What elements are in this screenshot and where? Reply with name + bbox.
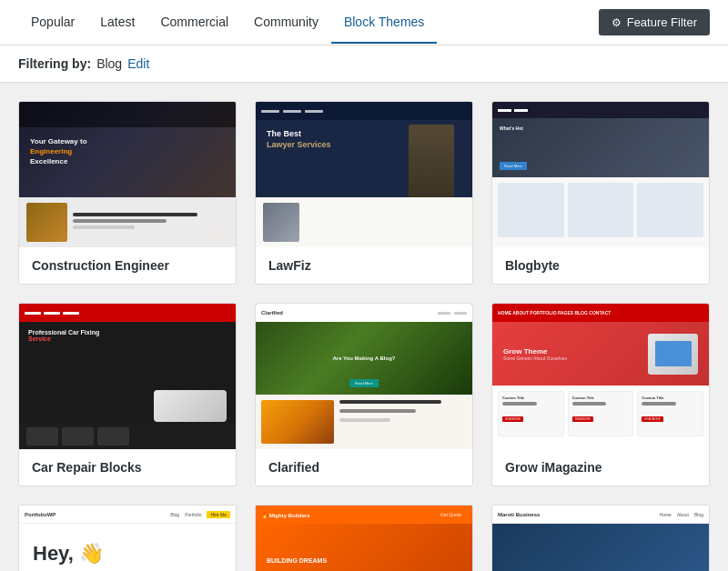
clarified-logo: Clarified	[261, 310, 283, 316]
portfolio-logo: PortfolioWP	[25, 512, 56, 517]
blogbyte-hero: Read More	[492, 118, 709, 177]
clarified-sunset-image	[261, 400, 334, 444]
text-line-1	[73, 213, 197, 216]
feature-filter-label: Feature Filter	[627, 15, 697, 29]
themes-grid: Your Gateway toEngineeringExcellence Con…	[18, 101, 710, 571]
portfolio-hey-text: Hey, 👋	[19, 524, 236, 571]
theme-card-lawfiz[interactable]: The BestLawyer Services LawFiz	[255, 101, 473, 285]
theme-card-grow[interactable]: HOME ABOUT PORTFOLIO PAGES BLOG CONTACT …	[491, 303, 710, 486]
grow-subtitle: Some Generic About Ourselves	[503, 356, 567, 361]
carrepair-nav-bar	[19, 304, 236, 322]
theme-info-construction: Construction Engineer	[19, 247, 236, 284]
theme-name-blogbyte: Blogbyte	[505, 258, 696, 273]
post-title-1	[339, 400, 441, 404]
grow-feature-card-3: Custom Title READMORE	[637, 391, 703, 436]
tab-popular[interactable]: Popular	[18, 2, 87, 44]
carrepair-hero: Professional Car FixingService	[19, 322, 236, 349]
grow-card-title-3: Custom Title	[642, 396, 699, 400]
blogbyte-nav-bar	[492, 102, 709, 118]
post-text-2	[339, 418, 390, 422]
theme-preview-grow: HOME ABOUT PORTFOLIO PAGES BLOG CONTACT …	[492, 304, 709, 449]
builders-logo: 🔥 Mighty Builders	[261, 512, 310, 518]
theme-preview-clarified: Clarified Are You Making A Blog? Read Mo…	[256, 304, 472, 449]
clarified-nav-items	[438, 312, 467, 315]
filter-edit-link[interactable]: Edit	[127, 56, 149, 71]
carrepair-title: Professional Car FixingService	[28, 329, 227, 342]
grow-title: Grow Theme	[503, 347, 567, 356]
theme-name-clarified: Clarified	[268, 460, 460, 475]
construction-bottom-box	[19, 197, 236, 247]
theme-card-maroti[interactable]: Maroti Business Home About Blog Maroti B…	[491, 505, 710, 571]
grow-laptop-screen	[655, 341, 692, 366]
grow-read-more-2: READMORE	[572, 416, 593, 422]
maroti-nav-about: About	[677, 512, 689, 517]
grow-card-text-3	[642, 402, 676, 406]
nav-dot-1	[261, 110, 279, 113]
carrepair-nav-item	[25, 312, 41, 315]
theme-card-carrepair[interactable]: Professional Car FixingService Car Repai…	[18, 303, 237, 486]
theme-preview-lawfiz: The BestLawyer Services	[256, 102, 472, 247]
grow-read-more-3: READMORE	[642, 416, 662, 422]
theme-info-blogbyte: Blogbyte	[492, 247, 709, 284]
clarified-nav-bar: Clarified	[256, 304, 472, 322]
maroti-nav-home: Home	[660, 512, 672, 517]
construction-worker-image	[26, 203, 67, 242]
theme-card-blogbyte[interactable]: Read More Blogbyte	[491, 101, 710, 285]
tab-latest[interactable]: Latest	[87, 2, 147, 44]
grow-hero-text: Grow Theme Some Generic About Ourselves	[503, 347, 567, 361]
builders-nav-bar: 🔥 Mighty Builders Get Quote	[256, 506, 472, 524]
builders-hero-title: BUILDING DREAMS	[267, 557, 327, 564]
clarified-nav-1	[438, 312, 450, 315]
theme-info-carrepair: Car Repair Blocks	[19, 449, 236, 486]
tab-block-themes[interactable]: Block Themes	[331, 2, 437, 44]
theme-name-grow: Grow iMagazine	[505, 460, 696, 475]
theme-card-builders[interactable]: 🔥 Mighty Builders Get Quote BUILDING DRE…	[255, 505, 473, 571]
clarified-post-list	[339, 400, 467, 444]
themes-grid-wrapper: Your Gateway toEngineeringExcellence Con…	[0, 83, 728, 571]
grow-cards-row: Custom Title READMORE Custom Title READM…	[492, 386, 709, 442]
blogbyte-card-2	[568, 183, 634, 237]
grow-card-text-1	[502, 402, 537, 406]
theme-card-portfolio[interactable]: PortfolioWP Blog Portfolio Hire Me Hey, …	[18, 505, 237, 571]
post-text-1	[339, 409, 416, 413]
theme-card-construction-engineer[interactable]: Your Gateway toEngineeringExcellence Con…	[18, 101, 237, 285]
theme-preview-construction: Your Gateway toEngineeringExcellence	[19, 102, 236, 247]
feature-filter-button[interactable]: ⚙ Feature Filter	[599, 9, 710, 35]
maroti-hero	[492, 524, 709, 571]
theme-name-construction: Construction Engineer	[32, 258, 223, 273]
lawfiz-bottom-section	[256, 197, 472, 247]
filter-bar: Filtering by: Blog Edit	[0, 45, 728, 83]
maroti-nav-blog: Blog	[694, 512, 703, 517]
maroti-logo: Maroti Business	[498, 512, 540, 517]
clarified-nav-2	[454, 312, 467, 315]
grow-feature-card-1: Custom Title READMORE	[498, 391, 564, 436]
text-line-2	[73, 219, 167, 223]
page-wrapper: Popular Latest Commercial Community Bloc…	[0, 0, 728, 571]
tab-commercial[interactable]: Commercial	[147, 2, 241, 44]
theme-preview-maroti: Maroti Business Home About Blog	[492, 506, 709, 571]
blogbyte-cta: Read More	[500, 162, 527, 170]
maroti-nav-bar: Maroti Business Home About Blog	[492, 506, 709, 524]
grow-card-text-2	[572, 402, 607, 406]
theme-name-lawfiz: LawFiz	[268, 258, 460, 273]
portfolio-nav-portfolio: Portfolio	[185, 512, 201, 517]
grow-feature-card-2: Custom Title READMORE	[568, 391, 634, 436]
construction-text-lines	[73, 213, 228, 232]
grow-nav-bar: HOME ABOUT PORTFOLIO PAGES BLOG CONTACT	[492, 304, 709, 322]
maroti-nav-items: Home About Blog	[660, 512, 703, 517]
grow-card-title-1: Custom Title	[502, 396, 560, 400]
lawfiz-statue	[409, 125, 454, 206]
nav-dot-3	[305, 110, 323, 113]
construction-overlay-text: Your Gateway toEngineeringExcellence	[30, 136, 87, 167]
theme-info-lawfiz: LawFiz	[256, 247, 472, 284]
theme-card-clarified[interactable]: Clarified Are You Making A Blog? Read Mo…	[255, 303, 473, 486]
filter-value: Blog	[96, 56, 122, 71]
builders-cta-btn: Get Quote	[435, 510, 467, 519]
stat-box-1	[26, 427, 58, 446]
clarified-bottom	[256, 395, 472, 449]
lawfiz-lawyer-photo	[263, 203, 299, 242]
nav-dot-2	[283, 110, 301, 113]
theme-preview-blogbyte: Read More	[492, 102, 709, 247]
tab-community[interactable]: Community	[241, 2, 331, 44]
blogbyte-card-3	[637, 183, 703, 237]
